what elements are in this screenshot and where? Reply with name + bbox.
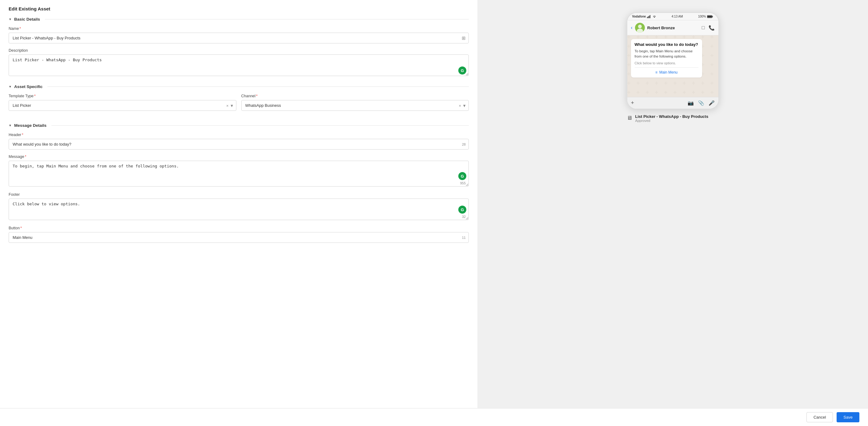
name-required: * [20,27,21,31]
phone-mockup: Vodafone 4:13 AM 100% [627,12,719,109]
basic-details-label: Basic Details [14,17,40,22]
template-type-label: Template Type * [9,94,237,98]
chevron-down-icon-3: ▼ [9,124,12,127]
phone-input-bar: + 📷 📎 🎤 [627,97,718,109]
camera-icon[interactable]: 📷 [688,100,694,106]
template-type-select-wrapper: List Picker × ▼ [9,100,237,111]
message-textarea[interactable]: To begin, tap Main Menu and choose from … [9,161,469,186]
channel-select[interactable]: WhatsApp Business [241,100,469,111]
bubble-button-text: Main Menu [659,70,678,74]
asset-name: List Picker - WhatsApp - Buy Products [635,114,709,119]
status-carrier: Vodafone [632,15,656,18]
chevron-down-icon: ▼ [9,18,12,21]
basic-details-header[interactable]: ▼ Basic Details [9,17,469,22]
footer-group: Footer Click below to view options. G 32 [9,192,469,221]
chat-bubble: What would you like to do today? To begi… [631,39,702,78]
asset-info: 🖥 List Picker - WhatsApp - Buy Products … [627,114,719,122]
footer-wrapper: Click below to view options. G 32 [9,199,469,221]
basic-details-section: ▼ Basic Details Name * ⊞ Description [9,17,469,77]
header-input-wrapper: 28 [9,139,469,150]
asset-details: List Picker - WhatsApp - Buy Products Ap… [635,114,709,122]
bubble-body: To begin, tap Main Menu and choose from … [635,49,699,59]
add-icon[interactable]: + [631,100,634,106]
phone-call-icon[interactable]: 📞 [709,25,715,31]
status-battery: 100% [698,15,713,18]
back-icon[interactable]: ‹ [631,25,632,30]
asset-specific-fields: Template Type * List Picker × ▼ [9,94,469,116]
description-group: Description List Picker - WhatsApp - Buy… [9,48,469,77]
svg-rect-2 [649,16,649,18]
channel-label: Channel * [241,94,469,98]
chat-area: What would you like to do today? To begi… [627,35,718,97]
channel-group: Channel * WhatsApp Business × ▼ [241,94,469,111]
message-wrapper: To begin, tap Main Menu and choose from … [9,161,469,187]
template-type-required: * [34,94,36,98]
video-call-icon[interactable]: □ [702,25,705,31]
header-required: * [22,133,23,137]
footer-textarea[interactable]: Click below to view options. [9,199,469,220]
svg-rect-6 [712,16,713,17]
channel-select-wrapper: WhatsApp Business × ▼ [241,100,469,111]
list-icon: ≡ [655,70,657,74]
svg-rect-5 [707,16,712,18]
save-button[interactable]: Save [837,412,859,422]
button-group: Button * 11 [9,226,469,243]
svg-rect-3 [650,15,650,18]
header-label: Header * [9,133,469,137]
description-textarea[interactable]: List Picker - WhatsApp - Buy Products [9,55,469,76]
asset-specific-header[interactable]: ▼ Asset Specific [9,84,469,89]
mic-icon[interactable]: 🎤 [709,100,715,106]
asset-status: Approved [635,119,709,122]
asset-specific-label: Asset Specific [14,84,42,89]
phone-status-bar: Vodafone 4:13 AM 100% [627,13,718,20]
description-label: Description [9,48,469,53]
name-input[interactable] [9,33,469,43]
avatar [635,23,645,33]
svg-rect-1 [648,16,649,18]
name-group: Name * ⊞ [9,27,469,43]
message-details-header[interactable]: ▼ Message Details [9,123,469,128]
phone-header-left: ‹ Robert Bronze [631,23,675,33]
bubble-button[interactable]: ≡ Main Menu [635,67,699,74]
button-char-count: 11 [462,236,466,240]
footer-label: Footer [9,192,469,197]
battery-icon [707,15,713,18]
contact-name: Robert Bronze [647,26,675,30]
channel-clear-icon[interactable]: × [459,103,461,108]
footer-char-count: 32 [462,215,466,218]
description-wrapper: List Picker - WhatsApp - Buy Products G [9,55,469,77]
section-divider-2 [48,87,469,87]
svg-point-8 [637,29,643,33]
asset-specific-section: ▼ Asset Specific Template Type * List Pi… [9,84,469,116]
button-input[interactable] [9,232,469,243]
wifi-icon [653,15,656,18]
template-type-clear-icon[interactable]: × [226,103,229,108]
bottom-bar: Cancel Save [0,408,868,426]
name-input-wrapper: ⊞ [9,33,469,43]
page-title: Edit Existing Asset [9,6,469,11]
grammarly-badge: G [458,66,466,74]
message-char-count: 955 [460,181,466,185]
button-required: * [20,226,22,230]
grammarly-badge-message: G [458,172,466,180]
right-panel: Vodafone 4:13 AM 100% [477,0,868,426]
cancel-button[interactable]: Cancel [806,412,833,422]
message-group: Message * To begin, tap Main Menu and ch… [9,154,469,187]
header-input[interactable] [9,139,469,150]
message-details-section: ▼ Message Details Header * 28 Message * [9,123,469,243]
bubble-title: What would you like to do today? [635,42,699,47]
button-input-wrapper: 11 [9,232,469,243]
status-time: 4:13 AM [672,15,683,18]
message-label: Message * [9,154,469,159]
name-label: Name * [9,27,469,31]
phone-chat-header: ‹ Robert Bronze □ 📞 [627,20,718,35]
template-icon: ⊞ [462,35,466,41]
svg-rect-0 [647,17,648,18]
svg-point-7 [638,25,642,28]
message-details-label: Message Details [14,123,46,128]
attach-icon[interactable]: 📎 [698,100,704,106]
message-required: * [25,154,27,159]
template-type-select[interactable]: List Picker [9,100,237,111]
header-char-count: 28 [462,143,466,146]
asset-type-icon: 🖥 [627,115,632,121]
